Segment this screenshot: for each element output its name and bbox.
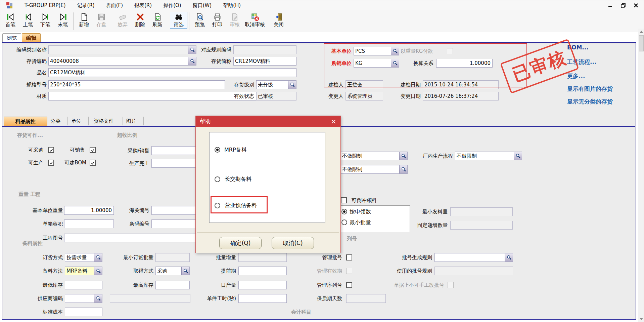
menu-item-help[interactable]: 帮助(H) (223, 2, 241, 9)
lookup-icon[interactable] (188, 46, 196, 54)
link-show-with-images[interactable]: 显示有图片的存货 (567, 85, 613, 93)
backflush-checkbox[interactable] (341, 197, 347, 203)
lookup-icon[interactable] (514, 152, 522, 160)
base-unit-field[interactable]: PCS (354, 47, 399, 55)
menu-item-interface[interactable]: 界面(F) (106, 2, 123, 9)
inv-level-field[interactable]: 未分级 (256, 80, 296, 89)
restore-icon[interactable] (620, 2, 626, 8)
conv-ratio-field[interactable]: 1.00000 (436, 59, 493, 68)
order-mode-field[interactable]: 按需求量 (65, 253, 102, 262)
max-stock-field[interactable] (155, 281, 190, 289)
spec-field[interactable]: 250*240*35 (48, 80, 225, 89)
over-production-field[interactable] (151, 159, 197, 168)
prev-record-icon (24, 12, 33, 22)
close-icon[interactable] (633, 2, 639, 8)
print-button[interactable]: 打印 (209, 12, 226, 29)
restriction-field-1[interactable]: 不做限制 (340, 152, 408, 160)
menu-item-report[interactable]: 报表(R) (134, 2, 152, 9)
prod-name-field[interactable]: CR12MOV精料 (48, 68, 296, 77)
lookup-icon[interactable] (94, 294, 102, 303)
lookup-icon[interactable] (188, 57, 196, 65)
obtain-mode-field[interactable]: 采购 (155, 267, 190, 275)
lookup-icon[interactable] (181, 267, 189, 275)
daily-output-field[interactable] (238, 281, 287, 289)
mrp-prep-radio[interactable] (215, 147, 220, 153)
tab-browse[interactable]: 浏览 (2, 33, 21, 42)
tab-edit[interactable]: 编辑 (22, 33, 41, 42)
batch-rule-field[interactable] (434, 253, 513, 262)
menu-item-record[interactable]: 记录(R) (77, 2, 95, 9)
mrp-prep-label[interactable]: MRP备料 (223, 146, 248, 154)
trade-unit-field[interactable]: KG (354, 59, 399, 68)
scroll-up-icon[interactable] (640, 31, 643, 33)
tab-item-attributes[interactable]: 料品属性 (4, 117, 47, 126)
scroll-down-icon[interactable] (640, 318, 643, 320)
lookup-icon[interactable] (94, 253, 102, 261)
link-more[interactable]: 更多... (567, 72, 585, 80)
vertical-scrollbar[interactable] (638, 29, 644, 322)
scrollbar-thumb[interactable] (639, 35, 644, 51)
menu-bar: T-GROUP ERP(E) 记录(R) 界面(F) 报表(R) 操作(O) 窗… (0, 0, 644, 10)
sales-forecast-prep-radio[interactable] (215, 203, 220, 208)
customs-code-field[interactable] (151, 206, 197, 215)
can-build-bom-checkbox[interactable] (90, 160, 96, 166)
restriction-field-2[interactable]: 不做限制 (340, 165, 408, 174)
ok-button[interactable]: 确定(Q) (219, 237, 262, 249)
manage-serial-checkbox[interactable] (346, 282, 352, 288)
last-record-button[interactable]: 末笔 (54, 12, 72, 29)
sellable-checkbox[interactable] (90, 147, 96, 153)
long-leadtime-prep-label[interactable]: 长交期备料 (225, 176, 251, 183)
lookup-icon[interactable] (391, 47, 399, 55)
factory-flow-field[interactable]: 不做限制 (455, 152, 522, 160)
by-requested-qty-radio[interactable] (341, 209, 347, 214)
inv-code-field[interactable]: 400400008 (48, 57, 196, 66)
cancel-button[interactable]: 取消(C) (272, 237, 314, 249)
supplier-code-field[interactable] (65, 294, 102, 303)
new-button[interactable]: 新增 (75, 12, 93, 29)
box-volume-field[interactable] (64, 219, 114, 228)
next-record-button[interactable]: 下笔 (37, 12, 54, 29)
lookup-icon[interactable] (399, 165, 407, 173)
min-batch-radio[interactable] (341, 219, 347, 225)
filter-button[interactable]: 筛选 (170, 12, 187, 29)
manage-batch-checkbox[interactable] (346, 254, 352, 260)
minimize-icon[interactable] (607, 2, 613, 8)
sales-forecast-prep-label[interactable]: 营业预估备料 (225, 202, 257, 209)
barcode-field[interactable] (151, 219, 197, 228)
app-logo-icon (6, 2, 13, 9)
unit-hours-field[interactable] (238, 294, 287, 303)
lookup-icon[interactable] (94, 267, 102, 275)
menu-item-window[interactable]: 窗口(W) (193, 2, 212, 9)
inv-abbr-field[interactable]: CR12MOV精料 (233, 57, 296, 66)
prep-method-field[interactable]: MRP备料 (65, 267, 102, 275)
base-weight-field[interactable]: 1.00000 (64, 206, 114, 215)
close-form-button[interactable]: 关闭 (270, 12, 287, 29)
lead-time-field[interactable] (238, 267, 287, 275)
prev-record-button[interactable]: 上笔 (19, 12, 37, 29)
first-record-button[interactable]: 首笔 (2, 12, 19, 29)
menu-item-operate[interactable]: 操作(O) (163, 2, 181, 9)
lookup-icon[interactable] (399, 152, 407, 160)
long-leadtime-prep-radio[interactable] (215, 176, 220, 182)
min-stock-field[interactable] (65, 281, 102, 289)
tab-qualification-files[interactable]: 资格文件 (85, 117, 123, 125)
purchasable-checkbox[interactable] (48, 147, 54, 153)
std-cost-field[interactable] (65, 308, 102, 316)
refresh-button[interactable]: 刷新 (149, 12, 166, 29)
cancel-audit-button[interactable]: 取消审核 (243, 12, 266, 29)
link-show-unclassified[interactable]: 显示无分类的存货 (567, 98, 613, 106)
producible-checkbox[interactable] (48, 160, 54, 166)
preview-button[interactable]: 预览 (191, 12, 209, 29)
erp-window: T-GROUP ERP(E) 记录(R) 界面(F) 报表(R) 操作(O) 窗… (0, 0, 644, 322)
help-dialog-titlebar[interactable]: 帮助 × (196, 116, 340, 127)
lookup-icon[interactable] (505, 253, 513, 261)
dialog-close-icon[interactable]: × (331, 118, 336, 125)
drawing-no-field[interactable] (64, 234, 196, 242)
lookup-icon[interactable] (288, 81, 296, 89)
delete-button[interactable]: 删除 (131, 12, 149, 29)
lookup-icon[interactable] (391, 59, 399, 67)
tab-images[interactable]: 图片 (119, 117, 144, 125)
cat-name-field[interactable] (48, 45, 196, 54)
menu-item-app[interactable]: T-GROUP ERP(E) (25, 2, 66, 8)
over-purchase-sale-field[interactable] (151, 146, 197, 155)
